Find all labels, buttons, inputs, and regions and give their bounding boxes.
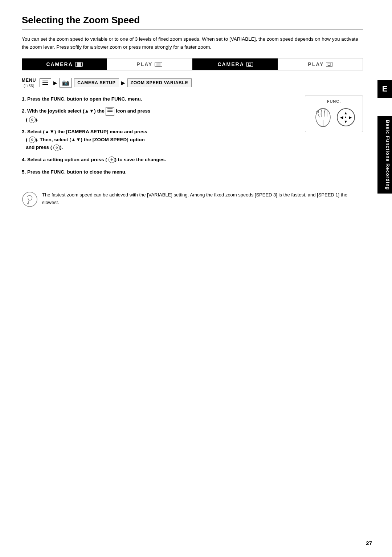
side-tab: Basic Functions Recording bbox=[377, 116, 392, 194]
func-label: FUNC. bbox=[327, 99, 341, 103]
camera-setup-text: CAMERA SETUP bbox=[77, 80, 115, 85]
step-4-text: Select a setting option and press ( ⊙) t… bbox=[27, 157, 166, 162]
note-text: The fastest zoom speed can be achieved w… bbox=[42, 191, 363, 207]
zoom-speed-box: ZOOM SPEED VARIABLE bbox=[127, 78, 192, 87]
joystick-diagram: ▲ ◀●▶ ▼ bbox=[337, 108, 355, 126]
func-image-box: FUNC. ▲ bbox=[305, 95, 363, 132]
page-number: 27 bbox=[366, 540, 372, 546]
arrow-2: ▶ bbox=[121, 80, 125, 86]
menu-ref: (□ 36) bbox=[24, 84, 34, 88]
zoom-speed-text: ZOOM SPEED VARIABLE bbox=[131, 80, 188, 85]
set-icon-inline: ⊙ bbox=[109, 156, 115, 163]
svg-point-10 bbox=[23, 192, 37, 207]
tab-camera-card[interactable]: CAMERA ☐ bbox=[193, 58, 278, 70]
tape-icon: ⬜ bbox=[75, 62, 83, 67]
menu-list-icon-inline bbox=[106, 107, 114, 115]
card-icon-2: ☐ bbox=[326, 62, 332, 67]
menu-list-icon bbox=[40, 78, 51, 87]
step-2-text-c: ( ⊙). bbox=[22, 117, 38, 122]
camera-tape-label: CAMERA bbox=[46, 61, 73, 67]
step-1-text: Press the FUNC. button to open the FUNC.… bbox=[27, 96, 142, 102]
play-card-label: PLAY bbox=[308, 61, 324, 67]
page-container: Selecting the Zoom Speed You can set the… bbox=[0, 0, 392, 222]
step-2: 2. With the joystick select (▲▼) the ico… bbox=[22, 107, 298, 123]
joystick-icon-inline: ⊙ bbox=[29, 117, 36, 123]
card-icon: ☐ bbox=[246, 62, 253, 67]
camera-setup-box: CAMERA SETUP bbox=[74, 78, 119, 87]
step-2-text: With the joystick select (▲▼) the bbox=[27, 109, 106, 114]
page-title: Selecting the Zoom Speed bbox=[22, 15, 363, 29]
menu-path-row: MENU (□ 36) ▶ 📷 CAMERA SETUP ▶ ZOOM SPEE… bbox=[22, 78, 363, 88]
intro-text: You can set the zoom speed to variable o… bbox=[22, 35, 363, 51]
step-3: 3. Select (▲▼) the [CAMERA SETUP] menu a… bbox=[22, 128, 298, 151]
step-2-number: 2. bbox=[22, 109, 26, 114]
joystick-icon-inline-3: ⊙ bbox=[53, 145, 60, 151]
step-5-text: Press the FUNC. button to close the menu… bbox=[27, 169, 127, 175]
step-4-number: 4. bbox=[22, 157, 26, 162]
tab-camera-tape[interactable]: CAMERA ⬜ bbox=[22, 58, 107, 70]
note-icon bbox=[22, 191, 38, 207]
play-tape-label: PLAY bbox=[136, 61, 152, 67]
note-box: The fastest zoom speed can be achieved w… bbox=[22, 186, 363, 207]
step-3-text-b: ( ⊙). Then, select (▲▼) the [ZOOM SPEED]… bbox=[22, 137, 145, 142]
joystick-icon-inline-2: ⊙ bbox=[29, 137, 36, 143]
step-2-text-b: icon and press bbox=[116, 109, 150, 114]
side-tab-label: Basic Functions Recording bbox=[385, 120, 391, 190]
arrow-1: ▶ bbox=[53, 80, 57, 86]
step-3-number: 3. bbox=[22, 129, 26, 134]
steps-list: 1. Press the FUNC. button to open the FU… bbox=[22, 95, 298, 180]
step-5: 5. Press the FUNC. button to close the m… bbox=[22, 168, 298, 176]
camera-card-label: CAMERA bbox=[217, 61, 244, 67]
tape-icon-2: ⬜ bbox=[155, 62, 162, 67]
steps-section: 1. Press the FUNC. button to open the FU… bbox=[22, 95, 363, 180]
menu-label: MENU bbox=[22, 78, 36, 84]
tab-bar: CAMERA ⬜ PLAY ⬜ CAMERA ☐ PLAY ☐ bbox=[22, 58, 363, 70]
step-4: 4. Select a setting option and press ( ⊙… bbox=[22, 156, 298, 164]
tab-play-tape[interactable]: PLAY ⬜ bbox=[107, 58, 192, 70]
svg-point-11 bbox=[27, 203, 29, 204]
tab-play-card[interactable]: PLAY ☐ bbox=[278, 58, 363, 70]
step-3-text-c: and press ( ⊙). bbox=[22, 145, 63, 150]
step-1: 1. Press the FUNC. button to open the FU… bbox=[22, 95, 298, 103]
step-3-text: Select (▲▼) the [CAMERA SETUP] menu and … bbox=[27, 129, 147, 134]
side-tab-letter: E bbox=[377, 80, 392, 98]
camera-setup-icon: 📷 bbox=[60, 78, 72, 88]
step-5-number: 5. bbox=[22, 169, 26, 175]
func-buttons-row: ▲ ◀●▶ ▼ bbox=[313, 106, 355, 128]
step-1-number: 1. bbox=[22, 96, 26, 102]
hand-icon bbox=[313, 106, 333, 128]
